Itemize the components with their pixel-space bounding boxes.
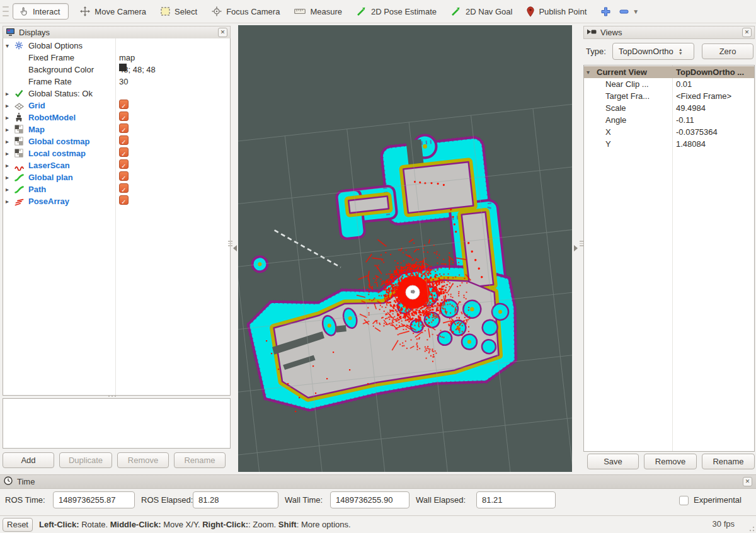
view-row-y[interactable]: Y 1.48084 bbox=[584, 138, 754, 150]
tool-publish-point[interactable]: Publish Point bbox=[527, 6, 587, 17]
wall-elapsed-field[interactable]: 81.21 bbox=[476, 491, 556, 508]
display-row-frame-rate[interactable]: Frame Rate 30 bbox=[3, 76, 230, 88]
row-label: Path bbox=[28, 183, 46, 195]
enabled-checkbox[interactable] bbox=[119, 100, 129, 109]
row-value[interactable]: -0.0375364 bbox=[676, 126, 718, 138]
collapse-right-arrow-icon[interactable] bbox=[574, 245, 578, 251]
views-close-button[interactable] bbox=[742, 28, 752, 37]
expander-caret[interactable] bbox=[6, 40, 9, 52]
views-tree[interactable]: Current View TopDownOrtho ... Near Clip … bbox=[583, 65, 755, 452]
tool-move-camera[interactable]: Move Camera bbox=[80, 6, 146, 16]
enabled-checkbox[interactable] bbox=[119, 159, 129, 169]
row-label: Frame Rate bbox=[28, 76, 72, 88]
expander-caret[interactable] bbox=[6, 123, 9, 135]
spinner-icon[interactable]: ▲▼ bbox=[679, 48, 683, 55]
wall-time-label: Wall Time: bbox=[285, 491, 323, 508]
tool-focus-camera[interactable]: Focus Camera bbox=[212, 6, 280, 16]
row-label: Y bbox=[605, 138, 611, 150]
row-value[interactable]: 49.4984 bbox=[676, 102, 706, 114]
add-display-button[interactable]: Add bbox=[3, 452, 54, 468]
expander-caret[interactable] bbox=[6, 159, 9, 171]
expander-caret[interactable] bbox=[6, 171, 9, 183]
display-row-global-plan[interactable]: Global plan bbox=[3, 171, 230, 183]
tool-interact[interactable]: Interact bbox=[13, 3, 69, 20]
expander-caret[interactable] bbox=[6, 88, 9, 100]
enabled-checkbox[interactable] bbox=[119, 183, 129, 193]
chevron-down-icon[interactable]: ▼ bbox=[633, 8, 639, 15]
display-row-global-options[interactable]: Global Options bbox=[3, 40, 230, 52]
displays-close-button[interactable] bbox=[218, 28, 227, 37]
add-tool-button[interactable] bbox=[601, 7, 610, 16]
toolbar-drag-handle[interactable] bbox=[3, 6, 9, 16]
expander-caret[interactable] bbox=[6, 100, 9, 112]
wall-time-field[interactable]: 1489736255.90 bbox=[330, 491, 410, 508]
zero-button[interactable]: Zero bbox=[702, 43, 753, 59]
row-label: Target Fra... bbox=[605, 90, 650, 102]
row-label: Global Status: Ok bbox=[28, 88, 93, 100]
expander-caret[interactable] bbox=[587, 66, 590, 78]
expander-caret[interactable] bbox=[6, 135, 9, 147]
displays-panel-header: Displays bbox=[3, 26, 231, 39]
ros-time-field[interactable]: 1489736255.87 bbox=[53, 491, 135, 508]
row-value[interactable]: 30 bbox=[119, 76, 128, 88]
panel-title: Displays bbox=[19, 28, 50, 37]
view-row-near-clip[interactable]: Near Clip ... 0.01 bbox=[584, 78, 754, 90]
tool-select[interactable]: Select bbox=[161, 7, 197, 16]
display-row-global-costmap[interactable]: Global costmap bbox=[3, 135, 230, 147]
display-row-global-status[interactable]: Global Status: Ok bbox=[3, 88, 230, 100]
displays-tree[interactable]: Global Options Fixed Frame map Backgroun… bbox=[3, 38, 231, 396]
display-row-robotmodel[interactable]: RobotModel bbox=[3, 112, 230, 123]
row-value[interactable]: 1.48084 bbox=[676, 138, 706, 150]
enabled-checkbox[interactable] bbox=[119, 123, 129, 133]
expander-caret[interactable] bbox=[6, 147, 9, 159]
enabled-checkbox[interactable] bbox=[119, 112, 129, 121]
collapse-left-arrow-icon[interactable] bbox=[233, 245, 237, 251]
row-label: Global Options bbox=[28, 40, 83, 52]
tool-label: 2D Nav Goal bbox=[466, 7, 512, 16]
display-row-posearray[interactable]: PoseArray bbox=[3, 195, 230, 207]
row-value[interactable]: map bbox=[119, 52, 135, 64]
tool-2d-pose-estimate[interactable]: 2D Pose Estimate bbox=[357, 6, 437, 16]
view-row-current-view[interactable]: Current View TopDownOrtho ... bbox=[584, 66, 754, 78]
expander-caret[interactable] bbox=[6, 183, 9, 195]
ros-elapsed-field[interactable]: 81.28 bbox=[193, 491, 278, 508]
display-row-map[interactable]: Map bbox=[3, 123, 230, 135]
display-row-grid[interactable]: Grid bbox=[3, 100, 230, 112]
enabled-checkbox[interactable] bbox=[119, 195, 129, 205]
enabled-checkbox[interactable] bbox=[119, 147, 129, 157]
rename-display-button[interactable]: Rename bbox=[174, 452, 226, 468]
view-row-target-frame[interactable]: Target Fra... <Fixed Frame> bbox=[584, 90, 754, 102]
left-splitter-handle[interactable] bbox=[228, 239, 232, 248]
reset-button[interactable]: Reset bbox=[3, 518, 33, 532]
enabled-checkbox[interactable] bbox=[119, 171, 129, 181]
row-value[interactable]: <Fixed Frame> bbox=[676, 90, 731, 102]
view-row-x[interactable]: X -0.0375364 bbox=[584, 126, 754, 138]
rename-view-button[interactable]: Rename bbox=[702, 454, 755, 469]
save-view-button[interactable]: Save bbox=[587, 454, 639, 469]
time-close-button[interactable] bbox=[743, 477, 752, 486]
3d-viewport[interactable] bbox=[238, 25, 572, 472]
experimental-checkbox[interactable] bbox=[679, 496, 689, 505]
display-row-local-costmap[interactable]: Local costmap bbox=[3, 147, 230, 159]
splitter-grip[interactable] bbox=[108, 396, 116, 397]
expander-caret[interactable] bbox=[6, 112, 9, 123]
display-row-laserscan[interactable]: LaserScan bbox=[3, 159, 230, 171]
remove-tool-button[interactable] bbox=[619, 9, 629, 14]
remove-display-button[interactable]: Remove bbox=[117, 452, 169, 468]
display-row-fixed-frame[interactable]: Fixed Frame map bbox=[3, 52, 230, 64]
expander-caret[interactable] bbox=[6, 195, 9, 207]
window-resize-grip[interactable] bbox=[747, 524, 755, 532]
tool-2d-nav-goal[interactable]: 2D Nav Goal bbox=[451, 6, 512, 16]
view-type-select[interactable]: TopDownOrtho ▲▼ bbox=[612, 43, 694, 60]
display-row-path[interactable]: Path bbox=[3, 183, 230, 195]
remove-view-button[interactable]: Remove bbox=[644, 454, 697, 469]
row-value[interactable]: 0.01 bbox=[676, 78, 692, 90]
enabled-checkbox[interactable] bbox=[119, 135, 129, 145]
view-row-angle[interactable]: Angle -0.11 bbox=[584, 114, 754, 126]
row-value[interactable]: -0.11 bbox=[676, 114, 694, 126]
display-row-background-color[interactable]: Background Color 48; 48; 48 bbox=[3, 64, 230, 76]
duplicate-display-button[interactable]: Duplicate bbox=[59, 452, 112, 468]
minus-icon bbox=[619, 9, 629, 14]
tool-measure[interactable]: Measure bbox=[294, 7, 342, 16]
view-row-scale[interactable]: Scale 49.4984 bbox=[584, 102, 754, 114]
